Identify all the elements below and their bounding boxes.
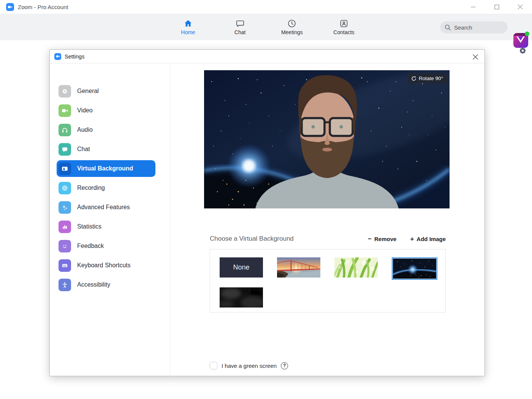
sidebar-item-recording[interactable]: Recording (57, 180, 155, 196)
sparkles-icon (59, 201, 71, 214)
home-icon (184, 19, 193, 28)
sidebar-item-label: Keyboard Shortcuts (77, 262, 131, 269)
thumbnail-grass[interactable] (334, 257, 378, 278)
remove-label: Remove (374, 236, 396, 242)
zoom-logo-icon (54, 53, 61, 60)
chat-bubble-icon (59, 143, 71, 156)
green-screen-checkbox[interactable] (210, 362, 217, 369)
add-image-label: Add Image (416, 236, 446, 242)
sidebar-item-feedback[interactable]: Feedback (57, 238, 155, 254)
search-box[interactable] (440, 21, 508, 33)
close-window-button[interactable] (508, 0, 532, 14)
sidebar-item-audio[interactable]: Audio (57, 121, 155, 138)
add-image-button[interactable]: + Add Image (410, 236, 446, 242)
sidebar-item-label: Audio (77, 126, 93, 133)
accessibility-icon (59, 279, 71, 291)
minimize-button[interactable] (461, 0, 485, 14)
sidebar-item-statistics[interactable]: Statistics (57, 218, 155, 235)
sidebar-item-label: Virtual Background (77, 165, 133, 172)
online-status-dot (525, 32, 529, 36)
settings-dialog: Settings General Video (49, 49, 485, 376)
dialog-header: Settings (50, 50, 484, 63)
search-icon (445, 24, 451, 31)
thumbnail-none-label: None (233, 263, 249, 271)
sidebar-item-accessibility[interactable]: Accessibility (57, 276, 155, 293)
remove-button[interactable]: − Remove (368, 236, 396, 242)
bar-chart-icon (59, 221, 71, 233)
green-screen-row: I have a green screen ? (210, 362, 288, 369)
tab-meetings-label: Meetings (281, 29, 303, 35)
sidebar-item-virtual-background[interactable]: Virtual Background (57, 160, 155, 177)
tab-contacts-label: Contacts (333, 29, 354, 35)
sidebar-item-label: Advanced Features (77, 204, 130, 211)
sidebar-item-keyboard-shortcuts[interactable]: Keyboard Shortcuts (57, 257, 155, 274)
help-icon[interactable]: ? (281, 362, 288, 369)
gear-icon (59, 85, 71, 98)
window-title: Zoom - Pro Account (18, 4, 68, 10)
sidebar-item-label: Video (77, 107, 93, 114)
sidebar-item-general[interactable]: General (57, 83, 155, 99)
background-thumbnails-panel: None (210, 249, 446, 312)
thumbnail-dark-blur[interactable] (220, 287, 263, 308)
tab-chat-label: Chat (234, 29, 246, 35)
sidebar-item-advanced-features[interactable]: Advanced Features (57, 199, 155, 216)
maximize-button[interactable] (485, 0, 508, 14)
sidebar-item-label: Feedback (77, 243, 104, 249)
tab-meetings[interactable]: Meetings (279, 19, 305, 35)
close-dialog-button[interactable] (470, 52, 481, 62)
tab-home-label: Home (181, 29, 195, 35)
sidebar-item-label: General (77, 88, 99, 95)
person-card-icon (59, 162, 71, 175)
thumbnail-earth-from-space[interactable] (392, 257, 437, 280)
headphones-icon (59, 124, 71, 136)
sidebar-item-chat[interactable]: Chat (57, 141, 155, 158)
contacts-icon (339, 19, 348, 28)
thumbnail-golden-gate-bridge[interactable] (277, 257, 320, 278)
sidebar-item-label: Recording (77, 185, 105, 191)
top-nav: Home Chat Meetings Contacts (0, 14, 532, 40)
green-screen-label: I have a green screen (222, 363, 277, 369)
clock-icon (287, 19, 296, 28)
smiley-icon (59, 240, 71, 252)
rotate-90-label: Rotate 90° (419, 76, 443, 81)
sidebar-item-label: Accessibility (77, 281, 110, 288)
app-window: Zoom - Pro Account Home Chat (0, 0, 532, 399)
settings-gear-icon[interactable] (518, 46, 527, 57)
sidebar-item-label: Statistics (77, 223, 101, 230)
chat-icon (236, 19, 245, 28)
search-input[interactable] (454, 24, 500, 31)
tab-contacts[interactable]: Contacts (331, 19, 357, 35)
record-icon (59, 182, 71, 194)
keyboard-icon (59, 259, 71, 272)
sidebar-item-label: Chat (77, 146, 90, 153)
video-camera-icon (59, 104, 71, 117)
zoom-logo-icon (6, 3, 14, 11)
tab-chat[interactable]: Chat (227, 19, 253, 35)
sidebar-item-video[interactable]: Video (57, 102, 155, 119)
tab-home[interactable]: Home (175, 19, 201, 35)
video-preview: Rotate 90° (204, 70, 450, 208)
dialog-title: Settings (65, 54, 84, 60)
title-bar: Zoom - Pro Account (0, 0, 532, 14)
virtual-background-preview-image (204, 70, 450, 208)
settings-sidebar: General Video Audio Chat (50, 64, 170, 376)
chooser-heading: Choose a Virtual Background (210, 235, 294, 243)
rotate-90-button[interactable]: Rotate 90° (407, 73, 447, 84)
plus-icon: + (410, 236, 414, 242)
thumbnail-none[interactable]: None (220, 257, 263, 278)
rotate-ccw-icon (411, 76, 416, 81)
minus-icon: − (368, 236, 372, 242)
